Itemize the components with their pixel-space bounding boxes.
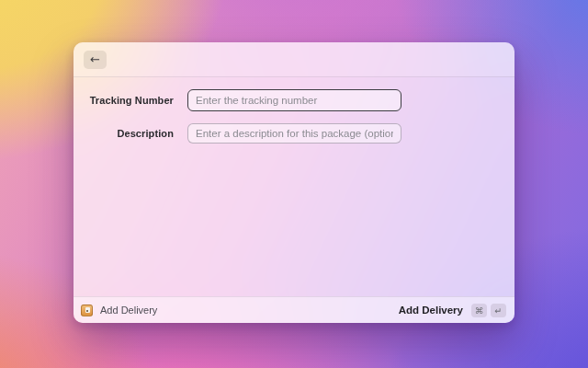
- desktop-background: { "window": { "header": { "back_icon": "…: [0, 0, 588, 368]
- add-delivery-button[interactable]: Add Delivery ⌘ ↵: [399, 304, 506, 317]
- footer-app-label: Add Delivery: [100, 305, 157, 316]
- add-delivery-form: Tracking Number Description: [74, 77, 514, 296]
- tracking-number-input[interactable]: [187, 89, 401, 111]
- back-arrow-icon: ←: [90, 52, 100, 68]
- description-input[interactable]: [187, 123, 401, 144]
- add-delivery-button-label: Add Delivery: [399, 305, 463, 316]
- tracking-number-row: Tracking Number: [74, 89, 514, 111]
- window-footer: Add Delivery Add Delivery ⌘ ↵: [74, 296, 514, 323]
- window-titlebar: ←: [74, 42, 514, 77]
- tracking-number-field-wrap: [187, 89, 401, 111]
- description-field-wrap: [187, 123, 401, 144]
- description-label: Description: [74, 128, 174, 139]
- package-icon: [81, 305, 93, 316]
- back-button[interactable]: ←: [84, 51, 107, 69]
- description-row: Description: [74, 123, 514, 144]
- add-delivery-window: ← Tracking Number Description Add Delive…: [74, 42, 514, 323]
- tracking-number-label: Tracking Number: [74, 95, 174, 106]
- footer-app-info: Add Delivery: [81, 305, 157, 316]
- command-key-icon: ⌘: [471, 304, 487, 317]
- return-key-icon: ↵: [491, 304, 506, 317]
